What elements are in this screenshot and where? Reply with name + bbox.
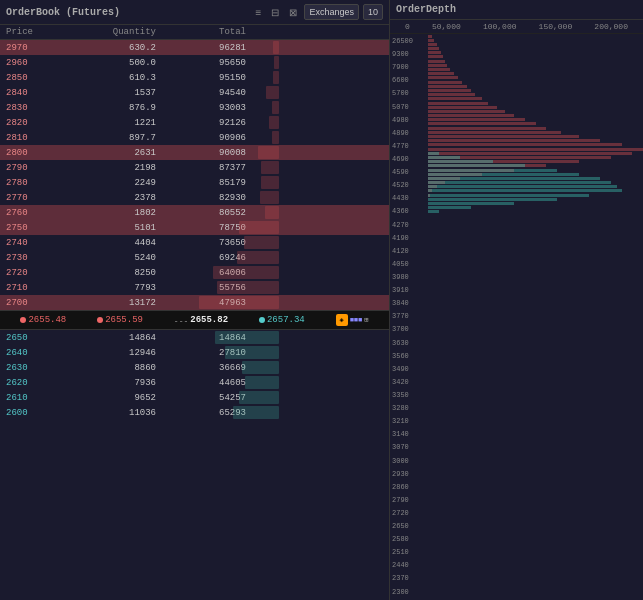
ask-row[interactable]: 2720825064006 [0,265,389,280]
view-icon-1[interactable]: ≡ [253,6,265,19]
ask-total: 93003 [156,103,246,113]
depth-chart-area: 2650093007900660057005070498048904770469… [390,34,643,600]
ask-row[interactable]: 2850610.395150 [0,70,389,85]
ask-qty: 876.9 [66,103,156,113]
ask-row[interactable]: 2800263190008 [0,145,389,160]
depth-price-label: 2930 [392,471,426,478]
bid-row[interactable]: 26501486414864 [0,330,389,345]
exchange-icons: ◈ ■■■ ⊞ [336,314,369,326]
bid-price: 2600 [6,408,66,418]
depth-price-labels: 2650093007900660057005070498048904770469… [390,34,428,600]
ask-row[interactable]: 2740440473650 [0,235,389,250]
ask-row[interactable]: 2780224985179 [0,175,389,190]
orderbook-bids: 2650148641486426401294627810263088603666… [0,330,389,600]
ask-row[interactable]: 2790219887377 [0,160,389,175]
ask-row[interactable]: 27001317247963 [0,295,389,310]
ask-row[interactable]: 2730524069246 [0,250,389,265]
total-col-header: Total [156,27,246,37]
depth-price-label: 9300 [392,51,426,58]
ask-price: 2960 [6,58,66,68]
depth-axis-label: 200,000 [594,22,628,31]
ask-row[interactable]: 2710779355756 [0,280,389,295]
orderbook-panel: OrderBook (Futures) ≡ ⊟ ⊠ Exchanges 10 P… [0,0,390,600]
exchange-icon-1: ◈ [336,314,348,326]
spread-bid1: 2657.34 [259,315,305,325]
bid-row[interactable]: 26001103665293 [0,405,389,420]
bid-row[interactable]: 26401294627810 [0,345,389,360]
depth-price-label: 2440 [392,562,426,569]
ask-qty: 4404 [66,238,156,248]
depth-price-label: 4120 [392,248,426,255]
depth-bar-row [428,210,643,214]
depth-header: OrderDepth [390,0,643,20]
bid-row[interactable]: 2620793644605 [0,375,389,390]
ask-price: 2760 [6,208,66,218]
ask-row[interactable]: 2820122192126 [0,115,389,130]
ask-row[interactable]: 2810897.790906 [0,130,389,145]
ask-row[interactable]: 2770237882930 [0,190,389,205]
ask-price: 2790 [6,163,66,173]
spread-bid1-val: 2657.34 [267,315,305,325]
dashed-line: --- [174,316,188,325]
depth-axis-label: 50,000 [432,22,461,31]
depth-price-label: 3350 [392,392,426,399]
ask-qty: 1221 [66,118,156,128]
ask-row[interactable]: 2960500.095650 [0,55,389,70]
view-icon-3[interactable]: ⊠ [286,6,300,19]
depth-price-label: 7900 [392,64,426,71]
ask-row[interactable]: 2840153794540 [0,85,389,100]
ask-row[interactable]: 2760180280552 [0,205,389,220]
depth-price-label: 2510 [392,549,426,556]
bid-row[interactable]: 2610965254257 [0,390,389,405]
depth-price-label: 26500 [392,38,426,45]
depth-price-label: 3700 [392,326,426,333]
view-icon-2[interactable]: ⊟ [268,6,282,19]
depth-price-label: 3420 [392,379,426,386]
spread-ask1-val: 2655.48 [28,315,66,325]
ask-qty: 610.3 [66,73,156,83]
exchanges-dropdown[interactable]: Exchanges [304,4,359,20]
spread-ask2: 2655.59 [97,315,143,325]
depth-price-label: 3910 [392,287,426,294]
orderbook-title: OrderBook (Futures) [6,7,120,18]
spread-ask2-val: 2655.59 [105,315,143,325]
spread-ask1: 2655.48 [20,315,66,325]
ask-total: 73650 [156,238,246,248]
depth-price-label: 3280 [392,405,426,412]
ask-total: 78750 [156,223,246,233]
bid-row[interactable]: 2630886036669 [0,360,389,375]
ask-qty: 2378 [66,193,156,203]
bid-qty: 14864 [66,333,156,343]
depth-price-label: 4430 [392,195,426,202]
orderbook-asks: 2970630.2962812960500.0956502850610.3951… [0,40,389,310]
bid-price: 2630 [6,363,66,373]
orderbook-header: OrderBook (Futures) ≡ ⊟ ⊠ Exchanges 10 [0,0,389,25]
ask-price: 2720 [6,268,66,278]
exchange-icon-2: ■■■ [350,316,363,324]
ask-total: 94540 [156,88,246,98]
depth-price-label: 4890 [392,130,426,137]
ask-row[interactable]: 2830876.993003 [0,100,389,115]
bid-total: 54257 [156,393,246,403]
depth-price-label: 3980 [392,274,426,281]
qty-col-header: Quantity [66,27,156,37]
size-dropdown[interactable]: 10 [363,4,383,20]
depth-price-label: 3070 [392,444,426,451]
ask-total: 69246 [156,253,246,263]
ask-price: 2970 [6,43,66,53]
depth-price-label: 2300 [392,589,426,596]
depth-axis-label: 100,000 [483,22,517,31]
bid-qty: 8860 [66,363,156,373]
ask-price: 2700 [6,298,66,308]
ask-qty: 7793 [66,283,156,293]
ask-qty: 13172 [66,298,156,308]
depth-price-label: 3770 [392,313,426,320]
depth-bars-container [428,34,643,600]
depth-price-label: 4980 [392,117,426,124]
ask-row[interactable]: 2970630.296281 [0,40,389,55]
ask-row[interactable]: 2750510178750 [0,220,389,235]
depth-price-label: 2650 [392,523,426,530]
ask-price: 2780 [6,178,66,188]
ask-qty: 5101 [66,223,156,233]
ask-total: 90008 [156,148,246,158]
